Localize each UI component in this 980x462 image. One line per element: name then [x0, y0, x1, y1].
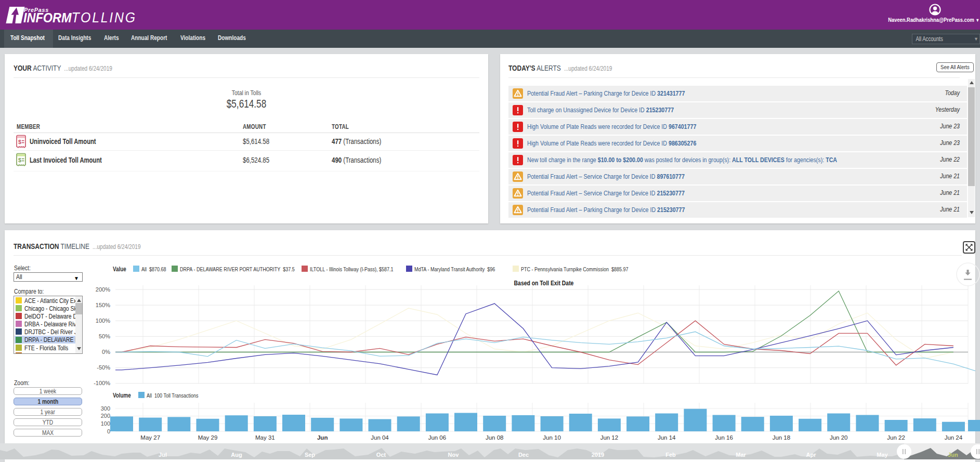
svg-text:Oct: Oct	[376, 452, 386, 458]
svg-text:Jun: Jun	[317, 434, 328, 441]
svg-text:Jun 12: Jun 12	[600, 434, 619, 441]
svg-text:50%: 50%	[99, 333, 110, 339]
svg-text:Jun 14: Jun 14	[658, 434, 676, 441]
svg-text:$: $	[18, 139, 21, 145]
svg-text:May 31: May 31	[255, 434, 275, 441]
svg-text:$: $	[18, 157, 21, 163]
svg-text:Jun 10: Jun 10	[543, 434, 561, 441]
svg-text:Jun 20: Jun 20	[830, 434, 848, 441]
svg-text:0%: 0%	[102, 349, 110, 355]
svg-text:Feb: Feb	[665, 452, 676, 458]
svg-text:Jun 08: Jun 08	[486, 434, 504, 441]
svg-text:100: 100	[101, 420, 110, 427]
svg-text:Sep: Sep	[305, 452, 315, 458]
svg-text:300: 300	[101, 405, 110, 412]
svg-text:Dec: Dec	[518, 452, 529, 458]
svg-text:200: 200	[101, 413, 110, 419]
svg-text:2019: 2019	[592, 452, 604, 458]
svg-text:Apr: Apr	[806, 452, 817, 458]
svg-text:Jun 06: Jun 06	[428, 434, 447, 441]
svg-text:100%: 100%	[96, 318, 110, 324]
svg-text:200%: 200%	[96, 286, 110, 293]
svg-text:Jun 22: Jun 22	[887, 434, 905, 441]
svg-text:May 29: May 29	[198, 434, 218, 441]
svg-text:150%: 150%	[96, 302, 110, 308]
svg-text:-100%: -100%	[94, 380, 110, 386]
svg-text:May 27: May 27	[140, 434, 160, 441]
svg-text:Jun 16: Jun 16	[715, 434, 733, 441]
svg-text:-50%: -50%	[97, 364, 110, 371]
svg-text:May: May	[877, 452, 888, 458]
svg-text:Aug: Aug	[231, 452, 242, 458]
svg-text:0: 0	[107, 428, 110, 434]
svg-text:Jul: Jul	[159, 452, 167, 458]
svg-text:Jun: Jun	[948, 452, 958, 458]
svg-text:INFORMTOLLING: INFORMTOLLING	[23, 10, 137, 25]
svg-text:Nov: Nov	[448, 452, 460, 458]
svg-text:Jun 18: Jun 18	[773, 434, 791, 441]
svg-text:Jun 24: Jun 24	[945, 434, 963, 441]
svg-text:Mar: Mar	[736, 452, 746, 458]
svg-text:Jun 04: Jun 04	[371, 434, 389, 441]
